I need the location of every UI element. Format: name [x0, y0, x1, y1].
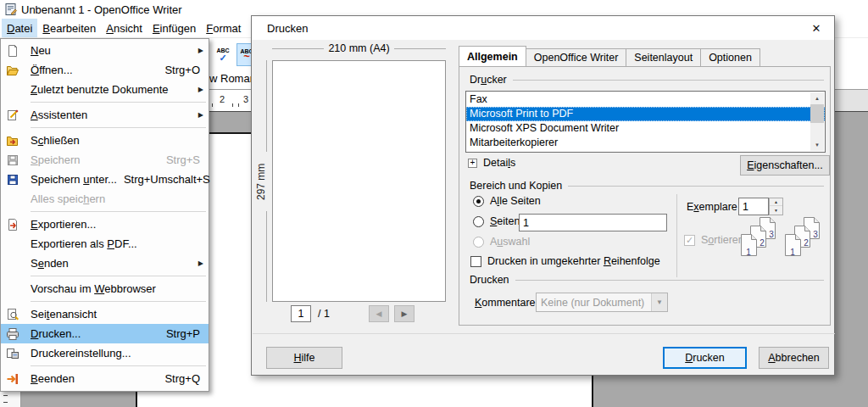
font-name-box[interactable]: w Roman — [209, 72, 256, 85]
print-group-caption: Drucken — [470, 274, 824, 286]
tab-openoffice-writer[interactable]: OpenOffice Writer — [526, 48, 627, 66]
reverse-order-checkbox[interactable]: Drucken in umgekehrter Reihenfolge — [470, 255, 660, 267]
group-label: Bereich und Kopien — [470, 180, 562, 192]
menu-item-shortcut: Strg+S — [166, 153, 200, 166]
menubar-item-format[interactable]: Format — [201, 19, 246, 37]
open-folder-icon — [6, 64, 21, 77]
menu-item-shortcut: Strg+Q — [164, 372, 200, 385]
printer-settings-icon — [6, 347, 21, 360]
radio-all-pages[interactable]: Alle Seiten — [473, 195, 541, 207]
close-document-icon — [6, 134, 21, 148]
menu-item-beenden[interactable]: BeendenStrg+Q — [1, 369, 209, 388]
menu-item-speichern[interactable]: SpeichernStrg+S — [1, 150, 209, 170]
openoffice-writer-window: Unbenannt 1 - OpenOffice Writer DateiBea… — [0, 0, 868, 407]
menu-item-vorschau-im-webbrowser[interactable]: Vorschau im Webbrowser — [1, 279, 209, 298]
pages-input[interactable]: 1 — [519, 214, 667, 231]
printer-item-fax[interactable]: Fax — [466, 92, 825, 107]
print-button[interactable]: Drucken — [663, 347, 747, 369]
tab-optionen[interactable]: Optionen — [700, 48, 760, 66]
ruler-number: 3 — [243, 94, 248, 104]
menu-item-neu[interactable]: Neu▶ — [1, 41, 209, 60]
comments-value: Keine (nur Dokument) — [537, 297, 651, 309]
spellcheck-button[interactable]: ABC ✓ — [212, 43, 234, 66]
radio-pages[interactable]: Seiten — [473, 215, 520, 227]
menu-item-shortcut: Strg+Umschalt+S — [124, 173, 210, 186]
menu-item-exportieren[interactable]: Exportieren... — [1, 215, 209, 234]
group-line — [568, 186, 824, 187]
checkbox-icon[interactable] — [470, 256, 481, 267]
group-divider — [676, 194, 677, 277]
comments-dropdown: Keine (nur Dokument) ▼ — [536, 293, 668, 312]
radio-label: Auswahl — [490, 236, 530, 248]
checkbox-label: Drucken in umgekehrter Reihenfolge — [487, 255, 660, 267]
menu-item-icon-empty — [6, 83, 21, 97]
menu-item-label: Alles speichern — [31, 192, 203, 205]
menu-item-shortcut: Strg+P — [166, 327, 200, 340]
menubar-item-bearbeiten[interactable]: Bearbeiten — [37, 19, 101, 37]
menu-separator — [31, 276, 206, 276]
scroll-up-icon[interactable]: ▲ — [810, 92, 824, 104]
ruler-number: 2 — [220, 94, 225, 104]
menu-item-assistenten[interactable]: Assistenten▶ — [1, 105, 209, 125]
menu-item-label: Seitenansicht — [31, 308, 203, 321]
menu-item-öffnen[interactable]: Öffnen...Strg+O — [1, 60, 209, 80]
expand-icon[interactable]: + — [468, 159, 477, 168]
collate-checkbox: ✓ Sortieren — [684, 234, 744, 246]
preview-page-number-input[interactable]: 1 — [291, 305, 311, 322]
menu-item-drucken[interactable]: Drucken...Strg+P — [1, 324, 209, 343]
printer-item-microsoft-xps-document-writer[interactable]: Microsoft XPS Document Writer — [466, 121, 825, 136]
menu-item-shortcut: Strg+O — [164, 64, 200, 76]
tab-allgemein[interactable]: Allgemein — [459, 46, 526, 66]
menu-item-druckereinstellung[interactable]: Druckereinstellung... — [1, 343, 209, 363]
tab-seitenlayout[interactable]: Seitenlayout — [626, 48, 701, 66]
collate-pages-icon: 321 — [739, 217, 778, 259]
details-label: Details — [483, 157, 515, 169]
ruler-tick — [3, 402, 8, 403]
printer-item-microsoft-print-to-pdf[interactable]: Microsoft Print to PDF — [466, 107, 825, 121]
menu-separator — [31, 127, 206, 128]
menubar-item-datei[interactable]: Datei — [2, 19, 37, 37]
menu-item-alles-speichern[interactable]: Alles speichern — [1, 189, 209, 209]
radio-selection[interactable]: Auswahl — [473, 236, 530, 248]
menubar-item-ansicht[interactable]: Ansicht — [101, 19, 147, 37]
menu-item-zuletzt-benutzte-dokumente[interactable]: Zuletzt benutzte Dokumente▶ — [1, 80, 209, 99]
submenu-arrow-icon: ▶ — [195, 86, 203, 93]
menu-item-schließen[interactable]: Schließen — [1, 131, 209, 150]
next-page-button[interactable]: ▶ — [394, 305, 415, 322]
menu-item-speichern-unter[interactable]: Speichern unter...Strg+Umschalt+S — [1, 170, 209, 189]
dialog-separator — [253, 333, 835, 334]
spin-up-icon[interactable]: ▲ — [770, 198, 782, 206]
menubar-item-einfügen[interactable]: Einfügen — [147, 19, 201, 37]
cancel-button[interactable]: Abbrechen — [759, 347, 829, 369]
spin-down-icon[interactable]: ▼ — [770, 206, 782, 214]
menu-separator — [31, 211, 206, 212]
scroll-down-icon[interactable]: ▼ — [810, 139, 824, 151]
submenu-arrow-icon: ▶ — [195, 259, 203, 267]
menu-item-label: Assistenten — [31, 109, 195, 121]
print-dialog: Drucken ✕ 210 mm (A4) 297 mm 1 / 1 ◀ ▶ A… — [251, 15, 835, 376]
help-button[interactable]: Hilfe — [266, 347, 342, 369]
menu-item-senden[interactable]: Senden▶ — [1, 254, 209, 273]
radio-label: Alle Seiten — [490, 195, 541, 207]
copies-input[interactable]: 1 — [738, 198, 769, 215]
previous-page-button[interactable]: ◀ — [369, 305, 389, 322]
radio-icon[interactable] — [473, 196, 484, 207]
save-icon — [6, 153, 21, 167]
dialog-tabs: AllgemeinOpenOffice WriterSeitenlayoutOp… — [459, 46, 760, 66]
details-expander[interactable]: + Details — [468, 157, 515, 169]
radio-icon[interactable] — [473, 216, 484, 227]
menu-item-seitenansicht[interactable]: Seitenansicht — [1, 304, 209, 324]
ruler-tick — [3, 395, 8, 396]
close-icon[interactable]: ✕ — [804, 20, 829, 36]
properties-button[interactable]: Eigenschaften... — [740, 155, 830, 176]
svg-text:2: 2 — [804, 238, 809, 248]
radio-icon — [473, 237, 484, 248]
paper-height-label: 297 mm — [254, 152, 268, 211]
menu-item-label: Exportieren als PDF... — [31, 237, 203, 250]
printer-item-mitarbeiterkopierer[interactable]: Mitarbeiterkopierer — [466, 136, 825, 150]
menu-item-exportieren-als-pdf[interactable]: Exportieren als PDF... — [1, 234, 209, 254]
scrollbar-thumb[interactable] — [810, 104, 824, 123]
app-icon — [4, 3, 18, 16]
menu-item-label: Exportieren... — [31, 218, 203, 231]
scrollbar[interactable]: ▲ ▼ — [810, 92, 824, 151]
